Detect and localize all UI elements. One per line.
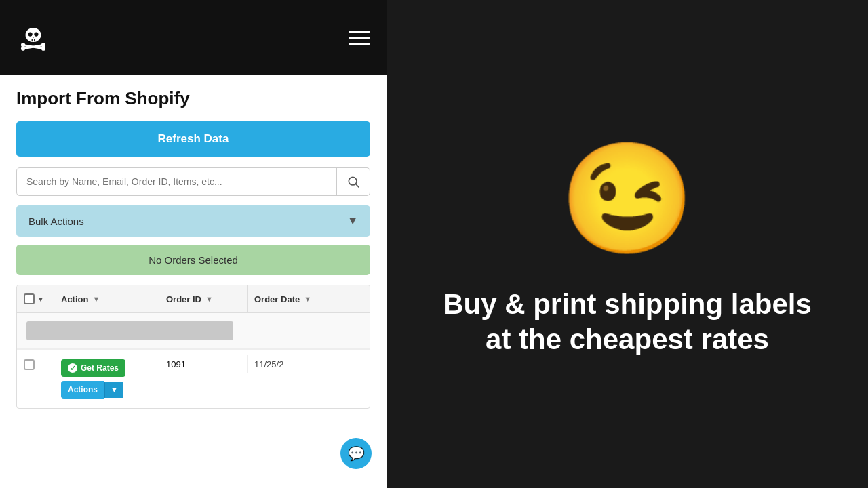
action-buttons: ✓ Get Rates Actions ▼: [61, 359, 125, 399]
svg-point-8: [21, 43, 25, 47]
action-column-label: Action: [61, 294, 88, 304]
table-header: ▼ Action ▼ Order ID ▼ Order Date ▼: [17, 285, 370, 313]
actions-split-button: Actions ▼: [61, 381, 125, 399]
filter-icon[interactable]: ▼: [92, 295, 100, 303]
chevron-down-icon: ▼: [347, 215, 358, 227]
bulk-actions-label: Bulk Actions: [28, 216, 84, 227]
td-order-id: 1091: [159, 355, 248, 373]
main-content: Import From Shopify Refresh Data Bulk Ac…: [0, 75, 387, 488]
wink-emoji: 😉: [559, 131, 695, 266]
actions-main-button[interactable]: Actions: [61, 381, 104, 399]
th-order-id: Order ID ▼: [159, 285, 248, 312]
get-rates-label: Get Rates: [81, 363, 119, 373]
search-input[interactable]: [17, 168, 336, 195]
td-checkbox: [17, 355, 54, 374]
svg-line-13: [356, 184, 359, 188]
page-title: Import From Shopify: [16, 88, 370, 109]
bulk-actions-dropdown[interactable]: Bulk Actions ▼: [16, 205, 370, 237]
loading-placeholder: [26, 321, 233, 340]
th-order-date: Order Date ▼: [248, 285, 329, 312]
th-action: Action ▼: [54, 285, 159, 312]
orders-selected-button[interactable]: No Orders Selected: [16, 245, 370, 275]
td-action: ✓ Get Rates Actions ▼: [54, 355, 159, 403]
search-button[interactable]: [336, 168, 370, 195]
svg-point-1: [28, 33, 33, 37]
app-header: [0, 0, 387, 75]
svg-point-2: [34, 33, 38, 37]
chat-fab-button[interactable]: 💬: [340, 438, 372, 469]
actions-chevron-button[interactable]: ▼: [104, 382, 123, 398]
select-all-checkbox[interactable]: [24, 293, 35, 304]
td-order-date: 11/25/2: [248, 355, 329, 373]
filter-icon[interactable]: ▼: [304, 295, 311, 303]
refresh-data-button[interactable]: Refresh Data: [16, 121, 370, 157]
orders-table: ▼ Action ▼ Order ID ▼ Order Date ▼: [16, 285, 370, 409]
hamburger-menu-icon[interactable]: [349, 30, 370, 45]
search-bar: [16, 167, 370, 196]
promo-text: Buy & print shipping labelsat the cheape…: [443, 287, 812, 358]
svg-point-9: [41, 43, 45, 47]
check-circle-icon: ✓: [68, 363, 77, 373]
svg-point-12: [349, 177, 357, 185]
get-rates-button[interactable]: ✓ Get Rates: [61, 359, 125, 377]
th-checkbox: ▼: [17, 285, 54, 312]
svg-point-11: [41, 47, 45, 51]
filter-icon[interactable]: ▼: [205, 295, 213, 303]
app-logo: [16, 20, 50, 54]
chevron-down-icon[interactable]: ▼: [37, 296, 44, 303]
promo-panel: 😉 Buy & print shipping labelsat the chea…: [387, 0, 868, 488]
order-date-column-label: Order Date: [254, 294, 300, 304]
svg-point-10: [21, 47, 25, 51]
svg-rect-3: [30, 39, 37, 42]
order-id-column-label: Order ID: [166, 294, 201, 304]
search-icon: [347, 175, 360, 188]
table-row: ✓ Get Rates Actions ▼ 1091 11/25/2: [17, 349, 370, 408]
row-checkbox[interactable]: [24, 359, 35, 370]
chat-icon: 💬: [348, 445, 365, 462]
logo-area: [16, 20, 50, 54]
